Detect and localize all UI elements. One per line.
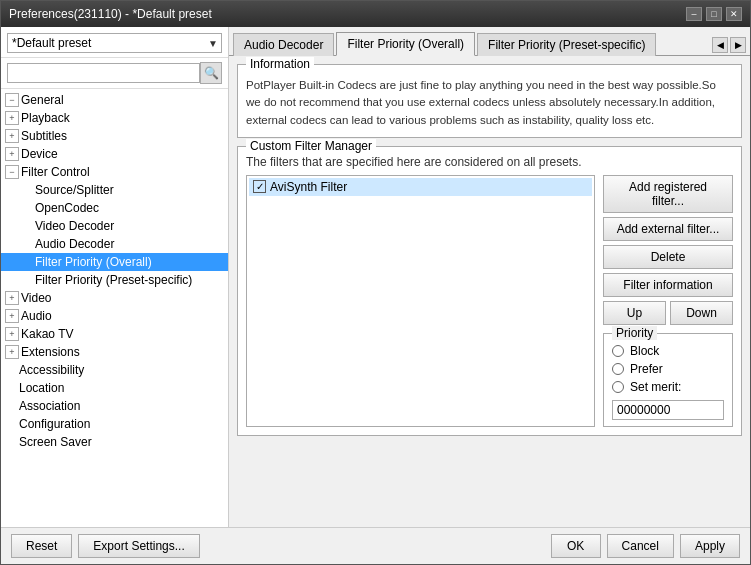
priority-title: Priority (612, 326, 657, 340)
tree-item-source-splitter[interactable]: Source/Splitter (1, 181, 228, 199)
tree-item-general[interactable]: −General (1, 91, 228, 109)
filter-list[interactable]: ✓ AviSynth Filter (246, 175, 595, 427)
prefer-radio[interactable] (612, 363, 624, 375)
export-button[interactable]: Export Settings... (78, 534, 199, 558)
information-text: PotPlayer Built-in Codecs are just fine … (246, 73, 733, 129)
tab-filter-priority-overall[interactable]: Filter Priority (Overall) (336, 32, 475, 56)
apply-button[interactable]: Apply (680, 534, 740, 558)
merit-input[interactable] (612, 400, 724, 420)
filter-checkbox[interactable]: ✓ (253, 180, 266, 193)
filter-list-item[interactable]: ✓ AviSynth Filter (249, 178, 592, 196)
tab-audio-decoder-label: Audio Decoder (244, 38, 323, 52)
tree-item-label: OpenCodec (35, 201, 99, 215)
tree-item-label: Video (21, 291, 51, 305)
tree-item-label: Source/Splitter (35, 183, 114, 197)
title-bar: Preferences(231110) - *Default preset – … (1, 1, 750, 27)
tree-item-label: Screen Saver (19, 435, 92, 449)
tree-item-association[interactable]: Association (1, 397, 228, 415)
tree-item-subtitles[interactable]: +Subtitles (1, 127, 228, 145)
custom-filter-title: Custom Filter Manager (246, 139, 376, 153)
tree-item-filter-priority-overall[interactable]: Filter Priority (Overall) (1, 253, 228, 271)
tree-item-video-decoder[interactable]: Video Decoder (1, 217, 228, 235)
priority-group: Priority Block Prefer (603, 333, 733, 427)
reset-button[interactable]: Reset (11, 534, 72, 558)
search-icon: 🔍 (204, 66, 219, 80)
prefer-label: Prefer (630, 362, 663, 376)
tab-prev-btn[interactable]: ◀ (712, 37, 728, 53)
tree-expand-icon[interactable]: + (5, 291, 19, 305)
add-registered-button[interactable]: Add registered filter... (603, 175, 733, 213)
filter-info-button[interactable]: Filter information (603, 273, 733, 297)
up-button[interactable]: Up (603, 301, 666, 325)
tree-item-audio[interactable]: +Audio (1, 307, 228, 325)
tree-expand-icon[interactable]: + (5, 309, 19, 323)
cancel-button[interactable]: Cancel (607, 534, 674, 558)
tree-item-audio-decoder[interactable]: Audio Decoder (1, 235, 228, 253)
tree-expand-icon[interactable]: − (5, 165, 19, 179)
tab-nav: ◀ ▶ (712, 37, 750, 55)
tree-item-label: Filter Priority (Preset-specific) (35, 273, 192, 287)
tree-expand-icon[interactable]: + (5, 345, 19, 359)
tree-item-label: Extensions (21, 345, 80, 359)
tree-item-playback[interactable]: +Playback (1, 109, 228, 127)
tree-item-video[interactable]: +Video (1, 289, 228, 307)
tree-item-label: Filter Priority (Overall) (35, 255, 152, 269)
tree-item-label: Accessibility (19, 363, 84, 377)
tree-item-configuration[interactable]: Configuration (1, 415, 228, 433)
tree-item-label: Playback (21, 111, 70, 125)
search-input[interactable] (7, 63, 200, 83)
set-merit-radio[interactable] (612, 381, 624, 393)
content-area: Information PotPlayer Built-in Codecs ar… (229, 56, 750, 527)
tree-item-filter-priority-preset[interactable]: Filter Priority (Preset-specific) (1, 271, 228, 289)
tab-audio-decoder[interactable]: Audio Decoder (233, 33, 334, 56)
tab-filter-priority-preset-label: Filter Priority (Preset-specific) (488, 38, 645, 52)
custom-filter-desc: The filters that are specified here are … (246, 155, 733, 169)
close-btn[interactable]: ✕ (726, 7, 742, 21)
search-button[interactable]: 🔍 (200, 62, 222, 84)
block-radio[interactable] (612, 345, 624, 357)
tree-expand-icon[interactable]: + (5, 327, 19, 341)
tab-filter-priority-preset[interactable]: Filter Priority (Preset-specific) (477, 33, 656, 56)
custom-filter-layout: ✓ AviSynth Filter Add registered filter.… (246, 175, 733, 427)
tree-item-filter-control[interactable]: −Filter Control (1, 163, 228, 181)
tree-item-label: Video Decoder (35, 219, 114, 233)
right-panel: Audio Decoder Filter Priority (Overall) … (229, 27, 750, 527)
bottom-right: OK Cancel Apply (551, 534, 740, 558)
tree-item-accessibility[interactable]: Accessibility (1, 361, 228, 379)
tab-next-btn[interactable]: ▶ (730, 37, 746, 53)
up-down-row: Up Down (603, 301, 733, 325)
tree-item-location[interactable]: Location (1, 379, 228, 397)
tree-view: −General+Playback+Subtitles+Device−Filte… (1, 89, 228, 527)
search-wrapper: 🔍 (1, 58, 228, 89)
down-button[interactable]: Down (670, 301, 733, 325)
block-radio-row: Block (612, 344, 724, 358)
tree-expand-icon[interactable]: + (5, 147, 19, 161)
tree-item-opencodec[interactable]: OpenCodec (1, 199, 228, 217)
tree-expand-icon[interactable]: − (5, 93, 19, 107)
tree-expand-icon[interactable]: + (5, 129, 19, 143)
custom-filter-group: Custom Filter Manager The filters that a… (237, 146, 742, 436)
tree-item-label: Configuration (19, 417, 90, 431)
tree-item-label: Filter Control (21, 165, 90, 179)
main-content: *Default preset ▼ 🔍 −General+Playback+Su… (1, 27, 750, 527)
filter-buttons: Add registered filter... Add external fi… (603, 175, 733, 427)
bottom-bar: Reset Export Settings... OK Cancel Apply (1, 527, 750, 564)
tree-item-extensions[interactable]: +Extensions (1, 343, 228, 361)
main-window: Preferences(231110) - *Default preset – … (0, 0, 751, 565)
ok-button[interactable]: OK (551, 534, 601, 558)
tree-item-label: Kakao TV (21, 327, 73, 341)
tree-item-kakao-tv[interactable]: +Kakao TV (1, 325, 228, 343)
filter-item-label: AviSynth Filter (270, 180, 347, 194)
left-panel: *Default preset ▼ 🔍 −General+Playback+Su… (1, 27, 229, 527)
preset-dropdown[interactable]: *Default preset (7, 33, 222, 53)
maximize-btn[interactable]: □ (706, 7, 722, 21)
title-controls: – □ ✕ (686, 7, 742, 21)
delete-button[interactable]: Delete (603, 245, 733, 269)
minimize-btn[interactable]: – (686, 7, 702, 21)
add-external-button[interactable]: Add external filter... (603, 217, 733, 241)
tree-item-device[interactable]: +Device (1, 145, 228, 163)
tree-item-screen-saver[interactable]: Screen Saver (1, 433, 228, 451)
tree-expand-icon[interactable]: + (5, 111, 19, 125)
tree-item-label: General (21, 93, 64, 107)
set-merit-radio-row: Set merit: (612, 380, 724, 394)
